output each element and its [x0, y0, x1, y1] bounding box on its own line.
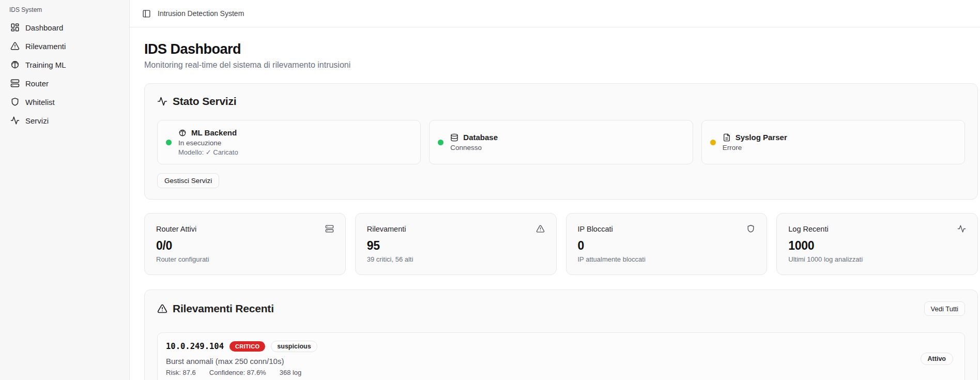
stat-value: 0 [578, 239, 756, 253]
service-status: Connesso [450, 144, 498, 151]
services-card-header: Stato Servizi [157, 95, 965, 108]
stat-value: 0/0 [156, 239, 334, 253]
topbar: Intrusion Detection System [130, 0, 980, 27]
topbar-title: Intrusion Detection System [158, 9, 244, 18]
stat-card-router-attivi: Router Attivi 0/0 Router configurati [144, 213, 346, 275]
stats-grid: Router Attivi 0/0 Router configurati Ril… [144, 213, 978, 275]
detections-card-title: Rilevamenti Recenti [173, 302, 274, 315]
sidebar-app-title: IDS System [6, 5, 123, 14]
stat-title: IP Bloccati [578, 225, 613, 233]
stat-subtitle: Ultimi 1000 log analizzati [788, 255, 966, 263]
severity-badge: CRITICO [229, 341, 265, 352]
stat-value: 95 [367, 239, 545, 253]
service-status: In esecuzione [178, 139, 238, 147]
services-grid: ML Backend In esecuzione Modello: ✓ Cari… [157, 120, 965, 164]
service-database: Database Connesso [429, 120, 693, 164]
service-name: ML Backend [191, 128, 237, 137]
stat-value: 1000 [788, 239, 966, 253]
alert-triangle-icon [10, 41, 20, 51]
server-icon [325, 224, 334, 233]
activity-icon [157, 96, 167, 107]
stat-subtitle: Router configurati [156, 255, 334, 263]
sidebar-item-label: Rilevamenti [25, 42, 66, 51]
stat-title: Router Attivi [156, 225, 196, 233]
detection-description: Burst anomali (max 250 conn/10s) [166, 357, 317, 366]
sidebar-item-router[interactable]: Router [6, 75, 123, 92]
status-dot-green [438, 140, 443, 145]
stat-title: Rilevamenti [367, 225, 406, 233]
detection-log-count: 368 log [280, 369, 302, 376]
activity-icon [10, 116, 20, 125]
detection-risk: Risk: 87.6 [166, 369, 196, 376]
stat-card-ip-bloccati: IP Bloccati 0 IP attualmente bloccati [566, 213, 768, 275]
shield-icon [10, 97, 20, 107]
database-icon [450, 133, 458, 142]
app-window: IDS System Dashboard Rilevamenti Trainin… [0, 0, 980, 380]
sidebar: IDS System Dashboard Rilevamenti Trainin… [0, 0, 130, 380]
detection-ip: 10.0.249.104 [166, 342, 224, 351]
detections-card-header: Rilevamenti Recenti Vedi Tutti [157, 301, 965, 316]
shield-icon [746, 224, 755, 233]
page-title: IDS Dashboard [144, 41, 978, 57]
file-text-icon [723, 133, 731, 142]
sidebar-item-training-ml[interactable]: Training ML [6, 56, 123, 73]
page-content: IDS Dashboard Monitoring real-time del s… [130, 27, 980, 380]
service-name: Database [463, 133, 498, 142]
alert-triangle-icon [536, 224, 545, 233]
stat-subtitle: IP attualmente bloccati [578, 255, 756, 263]
sidebar-item-dashboard[interactable]: Dashboard [6, 19, 123, 36]
main-area: Intrusion Detection System IDS Dashboard… [130, 0, 980, 380]
detection-confidence: Confidence: 87.6% [209, 369, 266, 376]
service-ml-backend: ML Backend In esecuzione Modello: ✓ Cari… [157, 120, 421, 164]
service-name: Syslog Parser [736, 133, 787, 142]
activity-icon [957, 224, 966, 233]
brain-icon [178, 129, 187, 137]
detection-list-item: 10.0.249.104 CRITICO suspicious Burst an… [157, 332, 965, 380]
sidebar-item-label: Servizi [25, 116, 49, 125]
service-detail: Modello: ✓ Caricato [178, 148, 238, 156]
service-syslog-parser: Syslog Parser Errore [701, 120, 965, 164]
stat-card-log-recenti: Log Recenti 1000 Ultimi 1000 log analizz… [776, 213, 978, 275]
sidebar-item-label: Whitelist [25, 98, 55, 107]
stat-title: Log Recenti [788, 225, 828, 233]
sidebar-item-label: Dashboard [25, 23, 63, 32]
status-dot-green [166, 140, 172, 145]
page-subtitle: Monitoring real-time del sistema di rile… [144, 60, 978, 70]
manage-services-button[interactable]: Gestisci Servizi [157, 173, 219, 188]
sidebar-item-label: Training ML [25, 60, 66, 69]
dashboard-icon [10, 23, 20, 32]
detection-details: 10.0.249.104 CRITICO suspicious Burst an… [166, 341, 317, 376]
panel-left-icon [142, 9, 151, 18]
services-status-card: Stato Servizi ML Backend In esecuzione M… [144, 83, 978, 200]
services-card-title: Stato Servizi [173, 95, 236, 108]
recent-detections-card: Rilevamenti Recenti Vedi Tutti 10.0.249.… [144, 290, 978, 380]
alert-triangle-icon [157, 303, 167, 314]
stat-subtitle: 39 critici, 56 alti [367, 255, 545, 263]
stat-card-rilevamenti: Rilevamenti 95 39 critici, 56 alti [355, 213, 557, 275]
sidebar-toggle-button[interactable] [142, 9, 151, 18]
view-all-button[interactable]: Vedi Tutti [924, 301, 965, 316]
sidebar-item-whitelist[interactable]: Whitelist [6, 94, 123, 110]
detection-state-badge: Attivo [921, 353, 953, 365]
service-status: Errore [723, 144, 787, 151]
sidebar-item-servizi[interactable]: Servizi [6, 112, 123, 129]
sidebar-item-label: Router [25, 79, 49, 88]
detection-tag-badge: suspicious [271, 341, 317, 352]
sidebar-item-rilevamenti[interactable]: Rilevamenti [6, 38, 123, 54]
server-icon [10, 79, 20, 88]
brain-icon [10, 60, 20, 69]
status-dot-yellow [710, 140, 716, 145]
